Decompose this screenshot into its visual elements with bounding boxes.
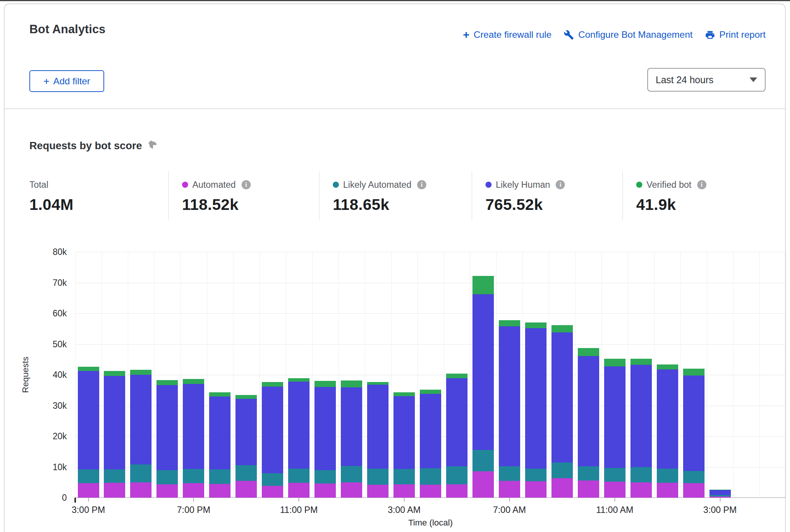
bar-segment-likely-human[interactable] — [578, 356, 599, 466]
bar-segment-automated[interactable] — [314, 484, 336, 498]
bar-segment-automated[interactable] — [130, 482, 152, 498]
bar-segment-likely-automated[interactable] — [288, 469, 310, 483]
bar-segment-automated[interactable] — [604, 482, 626, 498]
bar-segment-likely-human[interactable] — [630, 365, 652, 467]
bar-segment-likely-human[interactable] — [420, 394, 441, 468]
bar-segment-likely-automated[interactable] — [130, 464, 152, 482]
bar-segment-likely-automated[interactable] — [183, 469, 204, 483]
bar-segment-likely-automated[interactable] — [314, 470, 336, 484]
bar-segment-likely-automated[interactable] — [499, 466, 520, 481]
bar-segment-likely-human[interactable] — [393, 396, 415, 469]
bar-segment-verified-bot[interactable] — [683, 369, 705, 376]
bar-segment-automated[interactable] — [630, 482, 652, 498]
bar-segment-likely-human[interactable] — [156, 385, 178, 470]
bar-segment-automated[interactable] — [709, 497, 731, 498]
bar-segment-likely-human[interactable] — [288, 382, 310, 469]
bar-segment-likely-automated[interactable] — [78, 469, 99, 483]
bar-segment-likely-automated[interactable] — [262, 473, 283, 486]
bar-segment-verified-bot[interactable] — [657, 364, 678, 369]
bar-segment-verified-bot[interactable] — [709, 490, 731, 490]
bar-segment-verified-bot[interactable] — [156, 380, 178, 385]
bar-segment-verified-bot[interactable] — [262, 382, 283, 387]
bar-segment-automated[interactable] — [420, 485, 441, 498]
bar-segment-verified-bot[interactable] — [341, 380, 362, 388]
bar-segment-verified-bot[interactable] — [446, 374, 468, 378]
bar-segment-likely-automated[interactable] — [341, 466, 362, 482]
bar-segment-likely-automated[interactable] — [209, 469, 231, 484]
bar-segment-automated[interactable] — [288, 483, 310, 498]
bar-segment-likely-automated[interactable] — [604, 468, 626, 482]
bar-segment-automated[interactable] — [578, 480, 599, 498]
bar-segment-likely-automated[interactable] — [472, 450, 494, 471]
bar-segment-verified-bot[interactable] — [78, 367, 99, 371]
bar-segment-verified-bot[interactable] — [525, 322, 547, 328]
time-range-select[interactable]: Last 24 hours — [647, 68, 766, 92]
bar-segment-verified-bot[interactable] — [288, 378, 310, 382]
bar-segment-likely-human[interactable] — [78, 371, 99, 469]
bar-segment-likely-automated[interactable] — [156, 470, 178, 484]
bar-segment-likely-human[interactable] — [499, 326, 520, 466]
bar-segment-likely-human[interactable] — [262, 387, 283, 473]
configure-bot-management-link[interactable]: Configure Bot Management — [564, 29, 693, 40]
bar-segment-likely-automated[interactable] — [393, 469, 415, 484]
bar-segment-likely-automated[interactable] — [657, 469, 678, 483]
bar-segment-likely-human[interactable] — [657, 369, 678, 469]
bar-segment-verified-bot[interactable] — [314, 381, 336, 387]
bar-segment-verified-bot[interactable] — [472, 276, 494, 294]
bar-segment-automated[interactable] — [262, 486, 283, 498]
bar-segment-automated[interactable] — [341, 482, 362, 498]
bar-segment-automated[interactable] — [657, 483, 678, 498]
bar-segment-likely-human[interactable] — [104, 376, 125, 469]
bar-segment-likely-human[interactable] — [341, 387, 362, 466]
bar-segment-verified-bot[interactable] — [235, 395, 257, 399]
info-icon[interactable]: i — [556, 180, 565, 189]
info-icon[interactable]: i — [242, 180, 251, 189]
bar-segment-likely-automated[interactable] — [578, 466, 599, 480]
bar-segment-automated[interactable] — [683, 483, 705, 498]
bar-segment-likely-human[interactable] — [683, 376, 705, 471]
bar-segment-automated[interactable] — [393, 484, 415, 498]
bar-segment-likely-human[interactable] — [235, 399, 257, 465]
bar-segment-likely-human[interactable] — [130, 375, 152, 464]
bar-segment-automated[interactable] — [156, 484, 178, 498]
bar-segment-automated[interactable] — [499, 481, 520, 498]
bar-segment-likely-human[interactable] — [314, 387, 336, 470]
create-firewall-rule-link[interactable]: + Create firewall rule — [463, 29, 551, 40]
bar-segment-likely-automated[interactable] — [367, 469, 389, 485]
bar-segment-likely-human[interactable] — [604, 366, 626, 468]
info-icon[interactable]: i — [697, 180, 706, 189]
bar-segment-automated[interactable] — [367, 485, 389, 498]
bar-segment-automated[interactable] — [183, 483, 204, 498]
bar-segment-likely-human[interactable] — [709, 490, 731, 495]
bar-segment-likely-human[interactable] — [472, 294, 494, 450]
bar-segment-automated[interactable] — [472, 471, 494, 498]
bar-segment-verified-bot[interactable] — [499, 320, 520, 326]
bar-segment-likely-automated[interactable] — [709, 495, 731, 497]
bar-segment-likely-human[interactable] — [183, 384, 204, 469]
bar-segment-likely-human[interactable] — [551, 332, 573, 463]
info-icon[interactable]: i — [417, 180, 426, 189]
bar-segment-verified-bot[interactable] — [367, 382, 389, 384]
bar-segment-likely-automated[interactable] — [420, 468, 441, 485]
bar-segment-automated[interactable] — [235, 481, 257, 498]
bar-segment-automated[interactable] — [209, 484, 231, 498]
bar-segment-verified-bot[interactable] — [578, 348, 599, 356]
bar-segment-automated[interactable] — [446, 484, 468, 498]
bar-segment-likely-automated[interactable] — [525, 469, 547, 481]
bar-segment-likely-human[interactable] — [525, 328, 547, 469]
bar-segment-automated[interactable] — [104, 483, 125, 498]
bar-segment-likely-automated[interactable] — [235, 465, 257, 481]
bar-segment-automated[interactable] — [78, 483, 99, 498]
bar-segment-verified-bot[interactable] — [420, 390, 441, 394]
bar-segment-verified-bot[interactable] — [209, 392, 231, 397]
bar-segment-likely-human[interactable] — [446, 378, 468, 466]
bar-segment-verified-bot[interactable] — [551, 325, 573, 332]
bar-segment-verified-bot[interactable] — [604, 359, 626, 366]
bar-segment-verified-bot[interactable] — [393, 392, 415, 397]
bar-segment-likely-automated[interactable] — [104, 469, 125, 483]
bar-segment-likely-automated[interactable] — [683, 471, 705, 483]
bar-segment-automated[interactable] — [525, 481, 547, 498]
bar-segment-verified-bot[interactable] — [104, 371, 125, 376]
bar-segment-likely-human[interactable] — [367, 385, 389, 469]
bar-segment-verified-bot[interactable] — [630, 359, 652, 365]
